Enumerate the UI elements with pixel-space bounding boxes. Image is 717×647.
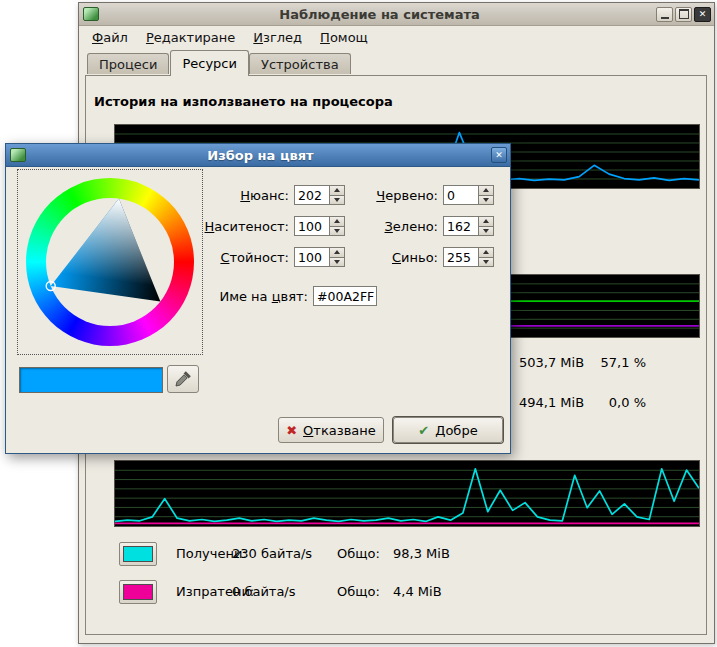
- hue-input[interactable]: [294, 185, 330, 205]
- network-history-graph: [114, 460, 700, 527]
- swap-used-percent: 0,0 %: [556, 395, 646, 410]
- color-name-input[interactable]: [313, 286, 377, 306]
- color-preview-swatch: [19, 367, 163, 393]
- cancel-button[interactable]: ✖ Отказване: [278, 417, 384, 443]
- hue-label: Нюанс:: [156, 188, 289, 203]
- menu-file[interactable]: Файл: [83, 26, 137, 49]
- green-input[interactable]: [443, 216, 479, 236]
- green-up-icon[interactable]: [479, 216, 494, 227]
- main-titlebar[interactable]: Наблюдение на системата ✕: [79, 3, 714, 26]
- saturation-input[interactable]: [294, 216, 330, 236]
- main-window-title: Наблюдение на системата: [103, 7, 656, 22]
- received-total-label: Общо:: [337, 546, 380, 561]
- sent-color-button[interactable]: [119, 580, 157, 604]
- memory-used-percent: 57,1 %: [556, 355, 646, 370]
- saturation-label: Наситеност:: [156, 219, 289, 234]
- red-down-icon[interactable]: [479, 196, 494, 206]
- green-label: Зелено:: [326, 219, 438, 234]
- received-rate: 230 байта/s: [232, 546, 312, 561]
- blue-down-icon[interactable]: [479, 258, 494, 268]
- green-spinner: [443, 216, 494, 236]
- menu-edit[interactable]: Редактиране: [137, 26, 244, 49]
- notebook-tabs: Процеси Ресурси Устройства: [85, 50, 707, 76]
- received-color-swatch: [123, 546, 153, 562]
- tab-processes[interactable]: Процеси: [87, 53, 169, 74]
- app-icon: [83, 7, 99, 21]
- sent-total-label: Общо:: [337, 584, 380, 599]
- desktop: Наблюдение на системата ✕ Файл Редактира…: [0, 0, 717, 647]
- red-spinner: [443, 185, 494, 205]
- ok-icon: ✔: [418, 423, 429, 438]
- eyedropper-icon: [174, 370, 192, 388]
- eyedropper-button[interactable]: [167, 365, 199, 393]
- tab-resources[interactable]: Ресурси: [170, 50, 249, 76]
- ok-button[interactable]: ✔ Добре: [393, 417, 503, 443]
- blue-input[interactable]: [443, 247, 479, 267]
- ok-button-label: Добре: [435, 423, 477, 438]
- sent-total: 4,4 MiB: [393, 584, 442, 599]
- menubar: Файл Редактиране Изглед Помощ: [79, 25, 714, 50]
- blue-spinner: [443, 247, 494, 267]
- color-picker-dialog: Избор на цвят ✕: [5, 143, 511, 454]
- maximize-icon[interactable]: [675, 7, 692, 22]
- red-input[interactable]: [443, 185, 479, 205]
- minimize-icon[interactable]: [656, 7, 673, 22]
- value-label: Стойност:: [156, 250, 289, 265]
- cpu-history-heading: История на използването на процесора: [94, 94, 393, 109]
- blue-up-icon[interactable]: [479, 247, 494, 258]
- dialog-title: Избор на цвят: [30, 148, 491, 163]
- received-total: 98,3 MiB: [393, 546, 450, 561]
- received-color-button[interactable]: [119, 542, 157, 566]
- value-input[interactable]: [294, 247, 330, 267]
- red-up-icon[interactable]: [479, 185, 494, 196]
- sent-rate: 0 байта/s: [232, 584, 296, 599]
- menu-view[interactable]: Изглед: [244, 26, 311, 49]
- dialog-titlebar[interactable]: Избор на цвят ✕: [6, 144, 510, 167]
- green-down-icon[interactable]: [479, 227, 494, 237]
- tab-devices[interactable]: Устройства: [249, 53, 351, 74]
- close-icon[interactable]: ✕: [694, 7, 711, 22]
- sent-color-swatch: [123, 584, 153, 600]
- dialog-app-icon: [10, 148, 26, 162]
- color-name-label: Име на цвят:: [166, 289, 308, 304]
- red-label: Червено:: [326, 188, 438, 203]
- menu-help[interactable]: Помощ: [311, 26, 377, 49]
- cancel-button-label: Отказване: [303, 423, 376, 438]
- dialog-close-icon[interactable]: ✕: [491, 147, 507, 163]
- blue-label: Синьо:: [326, 250, 438, 265]
- cancel-icon: ✖: [286, 423, 297, 438]
